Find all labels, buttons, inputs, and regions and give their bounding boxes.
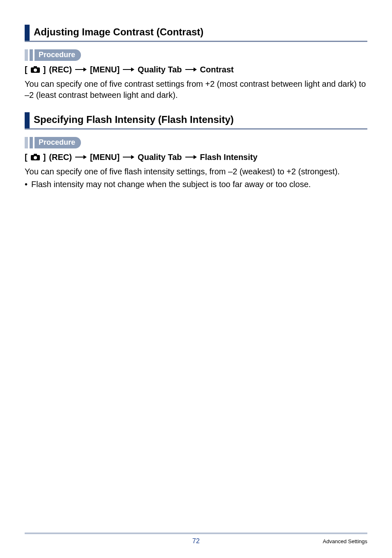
rec-label: (REC) bbox=[49, 65, 72, 74]
page-number: 72 bbox=[139, 537, 253, 545]
arrow-icon bbox=[75, 155, 87, 160]
breadcrumb-flash: [ ] (REC) [MENU] Quality Tab Flash Inten… bbox=[25, 153, 367, 162]
bracket-close: ] bbox=[43, 153, 46, 162]
breadcrumb-contrast: [ ] (REC) [MENU] Quality Tab Contrast bbox=[25, 65, 367, 74]
bracket-open: [ bbox=[25, 65, 28, 74]
pill-tick-light bbox=[25, 49, 28, 61]
svg-marker-15 bbox=[131, 155, 134, 159]
menu-label: [MENU] bbox=[90, 153, 120, 162]
body-text-contrast: You can specify one of five contrast set… bbox=[25, 79, 367, 101]
arrow-icon bbox=[75, 67, 87, 72]
footer-section-name: Advanced Settings bbox=[253, 538, 367, 544]
svg-point-2 bbox=[34, 69, 37, 72]
footer-rule bbox=[25, 533, 367, 534]
pill-tick-dark bbox=[30, 49, 33, 61]
svg-rect-1 bbox=[34, 66, 37, 68]
tab-label: Quality Tab bbox=[138, 153, 182, 162]
camera-icon bbox=[31, 154, 40, 160]
rec-label: (REC) bbox=[49, 153, 72, 162]
camera-icon bbox=[31, 66, 40, 73]
footer-row: 72 Advanced Settings bbox=[25, 537, 367, 545]
arrow-icon bbox=[123, 67, 134, 72]
svg-marker-13 bbox=[83, 155, 87, 159]
procedure-pill: Procedure bbox=[25, 137, 367, 148]
bracket-open: [ bbox=[25, 153, 28, 162]
arrow-icon bbox=[185, 67, 197, 72]
pill-tick-dark bbox=[30, 137, 33, 148]
svg-marker-17 bbox=[194, 155, 197, 159]
menu-label: [MENU] bbox=[90, 65, 120, 74]
bullet-text: Flash intensity may not change when the … bbox=[31, 179, 311, 190]
procedure-label: Procedure bbox=[39, 51, 75, 59]
bracket-close: ] bbox=[43, 65, 46, 74]
svg-point-11 bbox=[34, 156, 37, 160]
heading-color-bar bbox=[25, 25, 30, 41]
tab-label: Quality Tab bbox=[138, 65, 182, 74]
procedure-label-wrap: Procedure bbox=[35, 137, 81, 148]
arrow-icon bbox=[185, 155, 197, 160]
arrow-icon bbox=[123, 155, 134, 160]
heading-color-bar bbox=[25, 112, 30, 128]
item-label: Flash Intensity bbox=[200, 153, 258, 162]
heading-title: Adjusting Image Contrast (Contrast) bbox=[34, 25, 203, 41]
bullet-flash-note: • Flash intensity may not change when th… bbox=[25, 179, 367, 190]
procedure-pill: Procedure bbox=[25, 49, 367, 61]
bullet-dot: • bbox=[25, 179, 31, 190]
item-label: Contrast bbox=[200, 65, 234, 74]
procedure-label-wrap: Procedure bbox=[35, 49, 81, 61]
svg-marker-4 bbox=[83, 67, 87, 72]
procedure-label: Procedure bbox=[39, 138, 75, 147]
svg-marker-8 bbox=[194, 67, 197, 72]
svg-rect-10 bbox=[34, 154, 37, 155]
pill-tick-light bbox=[25, 137, 28, 148]
heading-title: Specifying Flash Intensity (Flash Intens… bbox=[34, 112, 234, 128]
body-text-flash: You can specify one of five flash intens… bbox=[25, 166, 367, 177]
page-footer: 72 Advanced Settings bbox=[25, 533, 367, 545]
section-heading-contrast: Adjusting Image Contrast (Contrast) bbox=[25, 25, 367, 42]
section-heading-flash: Specifying Flash Intensity (Flash Intens… bbox=[25, 112, 367, 130]
svg-marker-6 bbox=[131, 67, 134, 72]
